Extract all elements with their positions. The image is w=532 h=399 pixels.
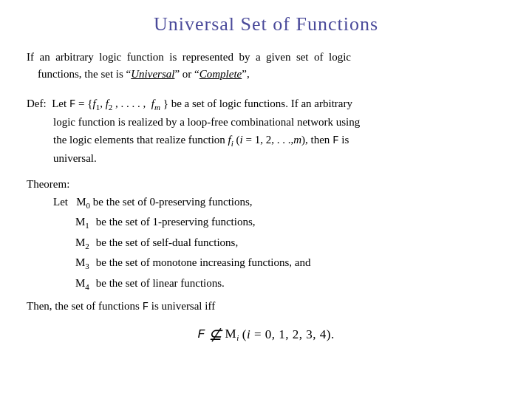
- then-f-label: F: [143, 301, 149, 313]
- theorem-inner: Let M0 be the set of 0-preserving functi…: [53, 193, 505, 294]
- formula-line: F ⊈ Mi (i = 0, 1, 2, 3, 4).: [27, 325, 505, 344]
- theorem-let-row: Let M0 be the set of 0-preserving functi…: [53, 193, 505, 213]
- m0-text: be the set of 0-preserving functions,: [90, 193, 253, 211]
- formula-sub-i: i: [236, 334, 239, 343]
- def-label: Def:: [27, 98, 49, 109]
- page-title: Universal Set of Functions: [27, 13, 505, 35]
- m4-spacer: M4: [53, 274, 93, 294]
- m1-spacer: M1: [53, 213, 93, 233]
- formula: F ⊈ Mi (i = 0, 1, 2, 3, 4).: [197, 325, 334, 344]
- m2-spacer: M2: [53, 233, 93, 253]
- theorem-block: Theorem: Let M0 be the set of 0-preservi…: [27, 175, 505, 315]
- formula-condition: (i = 0, 1, 2, 3, 4).: [242, 327, 335, 342]
- theorem-m3-row: M3 be the set of monotone increasing fun…: [53, 253, 505, 273]
- definition-block: Def: Let F = {f1, f2 , . . . . , fm } be…: [27, 95, 505, 168]
- page: Universal Set of Functions If an arbitra…: [0, 0, 532, 399]
- universal-label: Universal: [131, 68, 174, 80]
- m3-spacer: M3: [53, 253, 93, 273]
- theorem-m1-row: M1 be the set of 1-preserving functions,: [53, 213, 505, 233]
- intro-text: If an arbitrary logic function is repres…: [27, 51, 351, 80]
- theorem-m4-row: M4 be the set of linear functions.: [53, 274, 505, 294]
- theorem-m2-row: M2 be the set of self-dual functions,: [53, 233, 505, 253]
- m3-text: be the set of monotone increasing functi…: [93, 253, 311, 271]
- not-subset-symbol: ⊈: [208, 325, 222, 344]
- m4-text: be the set of linear functions.: [93, 274, 225, 292]
- def-content: Let F = {f1, f2 , . . . . , fm } be a se…: [52, 98, 352, 109]
- then-line: Then, the set of functions F is universa…: [27, 297, 505, 315]
- complete-label: Complete: [200, 68, 242, 80]
- formula-f: F: [197, 327, 205, 341]
- m1-text: be the set of 1-preserving functions,: [93, 213, 256, 231]
- formula-m: Mi: [225, 327, 239, 342]
- let-label: Let M0: [53, 193, 90, 213]
- def-continuation: logic function is realized by a loop-fre…: [53, 114, 505, 168]
- m2-text: be the set of self-dual functions,: [93, 233, 238, 251]
- theorem-label: Theorem:: [27, 175, 505, 193]
- intro-paragraph: If an arbitrary logic function is repres…: [27, 49, 505, 83]
